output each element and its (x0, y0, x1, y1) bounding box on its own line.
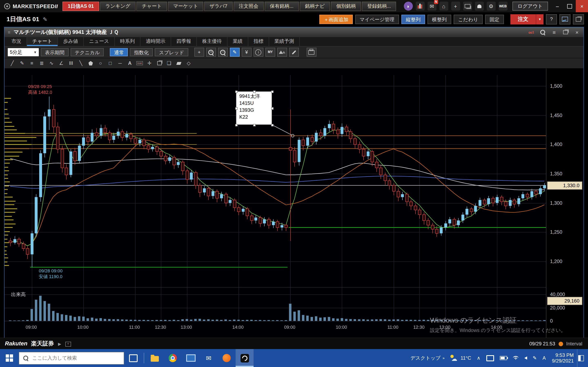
edit-title-icon[interactable]: ✎ (43, 16, 47, 22)
top-tab-1[interactable]: ランキング (100, 1, 136, 11)
settings-wrench-icon[interactable] (289, 48, 299, 57)
grid-icon[interactable]: + (65, 341, 71, 346)
mail-icon[interactable]: ✉ (200, 349, 218, 367)
tooltip-handle-2[interactable] (271, 91, 274, 93)
news-icon[interactable]: ✉N (427, 2, 436, 11)
web-icon[interactable]: WEB (498, 2, 507, 11)
top-tab-2[interactable]: チャート (137, 1, 167, 11)
battery-icon[interactable] (497, 349, 510, 367)
action-center-button[interactable] (577, 349, 588, 367)
subbar-button-4[interactable]: こだわり (454, 15, 483, 24)
info-icon[interactable]: i (254, 48, 263, 57)
tooltip-handle-4[interactable] (271, 107, 274, 110)
rectangle-icon[interactable]: □ (106, 59, 115, 67)
normal-mode-button[interactable]: 通常 (110, 48, 128, 56)
draw-icon[interactable]: ✎ (230, 48, 240, 57)
top-tab-3[interactable]: マーケット (168, 1, 203, 11)
link-icon[interactable]: ∞1 (528, 29, 535, 35)
wifi-icon[interactable] (510, 349, 521, 367)
layers-icon[interactable]: ❏ (164, 59, 173, 67)
tab-四季報[interactable]: 四季報 (171, 37, 197, 46)
desktop-toggle[interactable]: デスクトップ» (407, 349, 447, 367)
top-tab-7[interactable]: 銘柄ナビ (300, 1, 330, 11)
pentagon-icon[interactable] (86, 59, 95, 67)
marketspeed-icon[interactable] (236, 349, 254, 367)
tab-市況[interactable]: 市況 (6, 37, 27, 46)
zoom-in-icon[interactable]: + (206, 48, 216, 57)
marker-icon[interactable]: ✎ (17, 59, 26, 67)
tab-チャート[interactable]: チャート (27, 37, 58, 46)
dual-display-icon[interactable] (463, 2, 472, 11)
market-chart-icon[interactable] (415, 2, 424, 11)
top-tab-4[interactable]: ザラバ7 (204, 1, 233, 11)
help-button[interactable]: ? (546, 14, 557, 24)
top-tab-5[interactable]: 注文照会 (233, 1, 264, 11)
home-icon[interactable]: ⌂ (439, 2, 448, 11)
subbar-button-3[interactable]: 横整列 (428, 15, 451, 24)
display-period-button[interactable]: 表示期間 (41, 48, 69, 56)
tab-指標[interactable]: 指標 (248, 37, 269, 46)
ellipse-icon[interactable]: ○ (96, 59, 105, 67)
segment-icon[interactable]: ─ (116, 59, 125, 67)
expand-icon[interactable]: ▶ (58, 342, 61, 346)
tab-適時開示[interactable]: 適時開示 (140, 37, 171, 46)
monitor-icon[interactable] (182, 349, 200, 367)
tab-ニュース[interactable]: ニュース (84, 37, 115, 46)
yen-icon[interactable]: ¥ (242, 48, 251, 57)
taskbar-clock[interactable]: 9:53 PM 9/29/2021 (549, 352, 577, 364)
tray-expand-button[interactable]: ∧ (474, 349, 483, 367)
close-icon[interactable]: × (576, 0, 588, 12)
chart-window-button[interactable] (559, 14, 571, 24)
tooltip-handle-6[interactable] (253, 124, 256, 126)
zoom-out-icon[interactable]: − (218, 48, 228, 57)
cascade-windows-button[interactable] (573, 14, 584, 24)
minimize-icon[interactable]: – (551, 0, 563, 12)
cascade-icon[interactable] (562, 30, 569, 34)
media-icon[interactable] (218, 349, 236, 367)
wave-icon[interactable]: ∿ (47, 59, 56, 67)
multitool-titlebar[interactable]: ≡ マルチツール(個別銘柄) 9941 太洋物産 ＪＱ ∞1 ≡ × (4, 27, 584, 37)
top-tab-6[interactable]: 保有銘柄... (265, 1, 299, 11)
subbar-button-0[interactable]: ＋画面追加 (319, 15, 353, 24)
add-window-icon[interactable]: + (451, 2, 460, 11)
parallel-lines-icon[interactable]: ≣ (37, 59, 46, 67)
logout-button[interactable]: ログアウト (512, 2, 548, 11)
tooltip-handle-7[interactable] (271, 124, 274, 126)
angle-line-icon[interactable]: ╲ (76, 59, 85, 67)
pen-icon[interactable]: ✎ (530, 349, 540, 367)
order-dropdown-icon[interactable]: ▼ (536, 14, 544, 24)
gear-icon[interactable]: ⚙ (486, 2, 495, 11)
close-window-icon[interactable]: × (574, 29, 580, 35)
subbar-button-1[interactable]: マイページ管理 (355, 15, 399, 24)
maximize-icon[interactable] (563, 0, 576, 12)
bell-icon[interactable] (475, 2, 484, 11)
indexed-mode-button[interactable]: 指数化 (130, 48, 153, 56)
tab-歩み値[interactable]: 歩み値 (58, 37, 84, 46)
spread-mode-button[interactable]: スプレッド (155, 48, 188, 56)
gann-fan-icon[interactable]: ∠ (57, 59, 66, 67)
start-button[interactable] (0, 349, 19, 367)
top-tab-9[interactable]: 登録銘柄... (362, 1, 396, 11)
horizontal-line-icon[interactable]: ≡ (27, 59, 36, 67)
top-tab-8[interactable]: 個別銘柄 (331, 1, 361, 11)
vertical-grid-icon[interactable]: ‖‖ (67, 59, 76, 67)
tab-業績[interactable]: 業績 (227, 37, 248, 46)
tooltip-handle-0[interactable] (235, 91, 238, 93)
text-icon[interactable]: A (125, 59, 134, 67)
weather-widget[interactable]: ☁ 11°C (448, 349, 474, 367)
clear-icon[interactable]: ◇ (184, 59, 193, 67)
my-chart-icon[interactable]: MY (265, 48, 275, 57)
top-tab-0[interactable]: 1日信AS 01 (62, 1, 99, 11)
volume-icon[interactable] (521, 349, 530, 367)
status-icon[interactable]: ◗ (404, 2, 413, 11)
pin-icon[interactable]: ✛ (145, 59, 154, 67)
price-chart-canvas[interactable] (4, 68, 546, 338)
search-input[interactable] (31, 355, 120, 361)
tooltip-handle-3[interactable] (235, 107, 238, 110)
folder-icon[interactable] (146, 349, 164, 367)
eraser-icon[interactable] (174, 59, 183, 67)
menu-icon[interactable]: ≡ (551, 29, 557, 35)
area-chart-icon[interactable] (277, 48, 287, 57)
period-select[interactable]: 5分足 ▼ (8, 48, 39, 56)
stamp-icon[interactable]: icon (135, 59, 144, 67)
